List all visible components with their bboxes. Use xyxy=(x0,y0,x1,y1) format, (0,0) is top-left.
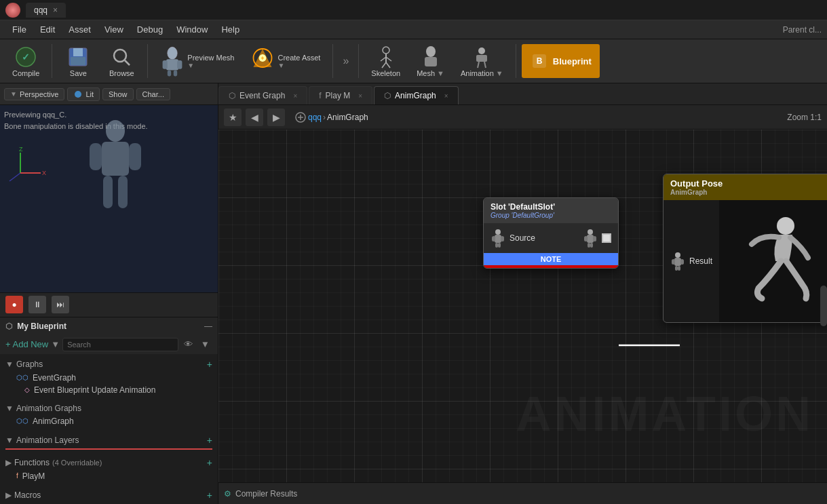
eye-button[interactable]: 👁 xyxy=(181,338,195,351)
graphs-section-header[interactable]: ▼ Graphs + xyxy=(5,357,212,372)
macros-label: Macros xyxy=(14,490,41,500)
show-label: Show xyxy=(109,90,128,98)
skeleton-button[interactable]: Skeleton xyxy=(364,41,407,81)
svg-rect-26 xyxy=(476,55,487,62)
create-asset-label: Create Asset xyxy=(277,54,320,62)
back-button[interactable]: ◀ xyxy=(246,109,263,126)
search-input[interactable] xyxy=(62,338,178,351)
breadcrumb-asset[interactable]: qqq xyxy=(308,113,322,122)
anim-graph-tab-close[interactable]: × xyxy=(444,92,448,100)
compiler-results-label[interactable]: Compiler Results xyxy=(235,489,297,499)
add-function-button[interactable]: + xyxy=(207,457,212,468)
anim-graphs-header[interactable]: ▼ Animation Graphs xyxy=(5,402,212,415)
macros-header[interactable]: ▶ Macros + xyxy=(5,488,212,503)
slot-note-bar[interactable]: NOTE xyxy=(484,253,618,265)
playm-item[interactable]: f PlayM xyxy=(5,470,212,482)
add-new-button[interactable]: + Add New ▼ xyxy=(5,339,60,349)
pause-button[interactable]: ⏸ xyxy=(28,296,46,313)
event-update-item[interactable]: ◇ Event Blueprint Update Animation xyxy=(5,384,212,396)
browse-button[interactable]: Browse xyxy=(101,41,142,81)
svg-rect-61 xyxy=(680,259,684,265)
functions-label: Functions xyxy=(14,458,50,467)
svg-rect-8 xyxy=(166,59,178,70)
eventgraph-item[interactable]: ⬡⬡ EventGraph xyxy=(5,372,212,384)
output-pose-node[interactable]: Output Pose AnimGraph xyxy=(663,174,827,323)
favorite-button[interactable]: ★ xyxy=(224,109,242,126)
add-new-label: + Add New xyxy=(5,339,48,349)
viewport-axes: Z X xyxy=(7,146,47,187)
record-button[interactable]: ● xyxy=(5,296,23,313)
perspective-button[interactable]: ▼ Perspective xyxy=(4,88,64,100)
animation-dropdown-arrow[interactable]: ▼ xyxy=(496,69,503,77)
menu-asset[interactable]: Asset xyxy=(62,22,98,37)
compile-icon: ✓ xyxy=(14,45,38,69)
preview-mesh-dropdown[interactable]: ▼ xyxy=(187,62,194,69)
tab-anim-graph[interactable]: ⬡ AnimGraph × xyxy=(374,86,459,104)
anim-graph-tab-icon: ⬡ xyxy=(384,91,391,100)
create-asset-button[interactable]: + Create Asset ▼ xyxy=(244,41,327,81)
event-graph-tab-close[interactable]: × xyxy=(293,92,297,100)
menu-view[interactable]: View xyxy=(98,22,130,37)
anim-layers-header[interactable]: ▼ Animation Layers + xyxy=(5,433,212,450)
side-scroll-indicator[interactable] xyxy=(820,286,827,326)
mesh-button[interactable]: Mesh ▼ xyxy=(410,41,451,81)
tab-play-m[interactable]: f Play M × xyxy=(309,86,372,104)
tab-event-graph[interactable]: ⬡ Event Graph × xyxy=(218,86,307,104)
preview-mesh-button[interactable]: Preview Mesh ▼ xyxy=(153,41,241,81)
char-button[interactable]: Char... xyxy=(136,88,170,100)
menu-edit[interactable]: Edit xyxy=(33,22,62,37)
slot-node[interactable]: Slot 'DefaultSlot' Group 'DefaultGroup' xyxy=(483,197,619,269)
next-button[interactable]: ⏭ xyxy=(52,296,69,313)
running-figure-icon xyxy=(735,214,816,309)
create-asset-dropdown[interactable]: ▼ xyxy=(277,62,284,69)
add-macro-button[interactable]: + xyxy=(207,490,212,501)
viewport-toolbar: ▼ Perspective Lit Show Char... xyxy=(0,83,218,105)
show-button[interactable]: Show xyxy=(102,88,134,100)
output-node-figure xyxy=(719,200,827,322)
main-layout: ▼ Perspective Lit Show Char... Previewin… xyxy=(0,83,827,504)
bp-collapse-icon[interactable]: — xyxy=(204,322,212,331)
mesh-dropdown-arrow[interactable]: ▼ xyxy=(437,69,444,77)
graph-canvas[interactable]: ANIMATION Slot 'DefaultSlot' Group 'Defa… xyxy=(218,130,827,482)
graphs-section: ▼ Graphs + ⬡⬡ EventGraph ◇ Event Bluepri… xyxy=(0,354,218,399)
svg-point-23 xyxy=(426,46,436,57)
menu-debug[interactable]: Debug xyxy=(130,22,170,37)
bp-title: ⬡ My Blueprint xyxy=(5,322,66,331)
svg-text:✓: ✓ xyxy=(22,52,30,62)
svg-rect-49 xyxy=(501,236,504,241)
svg-point-37 xyxy=(106,120,125,142)
source-figure-icon xyxy=(491,229,505,248)
add-graph-button[interactable]: + xyxy=(207,359,212,370)
save-button[interactable]: Save xyxy=(58,41,98,81)
animgraph-item[interactable]: ⬡⬡ AnimGraph xyxy=(5,415,212,427)
lit-button[interactable]: Lit xyxy=(67,88,100,101)
tab-close-button[interactable]: × xyxy=(53,5,58,15)
blueprint-button[interactable]: B Blueprint xyxy=(522,44,600,78)
animation-button[interactable]: Animation ▼ xyxy=(454,41,510,81)
tab-qqq[interactable]: qqq × xyxy=(26,3,66,18)
svg-line-27 xyxy=(478,62,479,68)
menu-window[interactable]: Window xyxy=(170,22,214,37)
functions-header[interactable]: ▶ Functions (4 Overridable) + xyxy=(5,455,212,470)
add-anim-layer-button[interactable]: + xyxy=(207,435,212,446)
output-pin-circle[interactable] xyxy=(602,233,611,243)
svg-rect-53 xyxy=(587,235,594,243)
back-icon: ◀ xyxy=(251,112,258,123)
output-pin xyxy=(583,229,611,248)
play-m-tab-close[interactable]: × xyxy=(358,92,362,100)
filter-button[interactable]: ▼ xyxy=(198,338,212,351)
svg-rect-60 xyxy=(672,259,675,265)
viewport[interactable]: Previewing qqq_C. Bone manipulation is d… xyxy=(0,105,218,292)
expand-button[interactable]: » xyxy=(339,55,353,67)
menu-help[interactable]: Help xyxy=(214,22,246,37)
menu-file[interactable]: File xyxy=(5,22,33,37)
app-icon xyxy=(5,3,20,18)
breadcrumb-icon xyxy=(294,111,307,123)
output-node-body: Result xyxy=(663,200,827,322)
compile-label: Compile xyxy=(12,69,39,77)
compile-button[interactable]: ✓ Compile xyxy=(5,41,46,81)
skeleton-label: Skeleton xyxy=(371,69,400,77)
svg-rect-11 xyxy=(168,71,171,77)
svg-rect-47 xyxy=(495,235,501,243)
forward-button[interactable]: ▶ xyxy=(267,109,285,126)
